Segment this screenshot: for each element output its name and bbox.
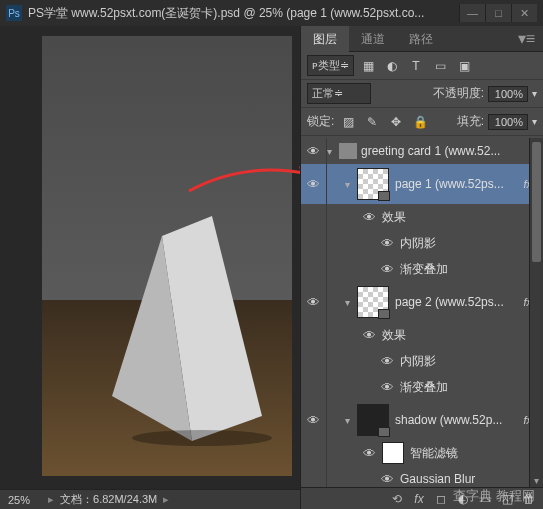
- layer-name[interactable]: shadow (www.52p...: [395, 413, 519, 427]
- effect-name: 内阴影: [400, 235, 436, 252]
- opacity-input[interactable]: 100%: [488, 86, 528, 102]
- greeting-card-artwork: [112, 216, 292, 446]
- chevron-right-icon[interactable]: ▸: [48, 493, 54, 506]
- title-bar: Ps PS学堂 www.52psxt.com(圣诞贺卡).psd @ 25% (…: [0, 0, 543, 26]
- disclosure-triangle-icon[interactable]: ▾: [345, 179, 357, 190]
- layer-thumbnail[interactable]: [357, 286, 389, 318]
- disclosure-triangle-icon[interactable]: ▾: [345, 415, 357, 426]
- filter-type-icon[interactable]: T: [406, 56, 426, 76]
- watermark: 查字典 教程网: [453, 487, 535, 505]
- visibility-icon[interactable]: 👁: [381, 236, 394, 251]
- fill-input[interactable]: 100%: [488, 114, 528, 130]
- scrollbar[interactable]: ▴ ▾: [529, 138, 543, 487]
- layer-gaussian-blur[interactable]: 👁 Gaussian Blur ⇄: [301, 466, 543, 487]
- layer-gradient-overlay[interactable]: 👁 渐变叠加: [301, 374, 543, 400]
- document-canvas[interactable]: [42, 36, 292, 476]
- layers-list: 👁 ▾ greeting card 1 (www.52... 👁 ▾ page …: [301, 138, 543, 487]
- visibility-icon[interactable]: 👁: [307, 295, 320, 310]
- lock-brush-icon[interactable]: ✎: [362, 112, 382, 132]
- opacity-label: 不透明度:: [433, 85, 484, 102]
- visibility-icon[interactable]: 👁: [381, 380, 394, 395]
- chevron-right-icon[interactable]: ▸: [163, 493, 169, 506]
- layer-smart-filters[interactable]: 👁 智能滤镜: [301, 440, 543, 466]
- effects-label: 效果: [382, 327, 406, 344]
- layer-page2[interactable]: 👁 ▾ page 2 (www.52ps... fx ▴: [301, 282, 543, 322]
- canvas-area: [0, 26, 300, 489]
- filter-label: 类型: [318, 58, 340, 73]
- lock-position-icon[interactable]: ✥: [386, 112, 406, 132]
- layer-inner-shadow[interactable]: 👁 内阴影: [301, 348, 543, 374]
- smart-object-badge-icon: [378, 427, 390, 437]
- layer-shadow[interactable]: 👁 ▾ shadow (www.52p... fx ▴: [301, 400, 543, 440]
- visibility-icon[interactable]: 👁: [381, 472, 394, 487]
- filter-shape-icon[interactable]: ▭: [430, 56, 450, 76]
- layer-mask-icon[interactable]: ◻: [431, 489, 451, 509]
- smart-filters-label: 智能滤镜: [410, 445, 458, 462]
- layer-name[interactable]: page 2 (www.52ps...: [395, 295, 519, 309]
- effect-name: 渐变叠加: [400, 261, 448, 278]
- lock-transparent-icon[interactable]: ▨: [338, 112, 358, 132]
- layer-page1[interactable]: 👁 ▾ page 1 (www.52ps... fx ▴: [301, 164, 543, 204]
- filter-name: Gaussian Blur: [400, 472, 475, 486]
- layer-gradient-overlay[interactable]: 👁 渐变叠加: [301, 256, 543, 282]
- disclosure-triangle-icon[interactable]: ▾: [345, 297, 357, 308]
- panel-menu-icon[interactable]: ▾≡: [510, 29, 543, 48]
- visibility-icon[interactable]: 👁: [381, 354, 394, 369]
- lock-row: 锁定: ▨ ✎ ✥ 🔒 填充: 100% ▾: [301, 108, 543, 136]
- effect-name: 内阴影: [400, 353, 436, 370]
- chevron-down-icon[interactable]: ▾: [532, 88, 537, 99]
- link-layers-icon[interactable]: ⟲: [387, 489, 407, 509]
- layer-name[interactable]: greeting card 1 (www.52...: [361, 144, 539, 158]
- visibility-icon[interactable]: 👁: [363, 446, 376, 461]
- tab-paths[interactable]: 路径: [397, 26, 445, 52]
- scroll-down-icon[interactable]: ▾: [530, 473, 543, 487]
- minimize-button[interactable]: —: [459, 4, 485, 22]
- visibility-icon[interactable]: 👁: [307, 177, 320, 192]
- layers-panel: 图层 通道 路径 ▾≡ ᴘ 类型 ≑ ▦ ◐ T ▭ ▣ 正常 ≑ 不透明度: …: [300, 26, 543, 509]
- filter-smart-icon[interactable]: ▣: [454, 56, 474, 76]
- layer-thumbnail[interactable]: [357, 168, 389, 200]
- doc-size: 文档：6.82M/24.3M: [60, 492, 157, 507]
- layer-effects[interactable]: 👁 效果: [301, 322, 543, 348]
- lock-label: 锁定:: [307, 113, 334, 130]
- chevron-down-icon: ≑: [340, 59, 349, 72]
- filter-row: ᴘ 类型 ≑ ▦ ◐ T ▭ ▣: [301, 52, 543, 80]
- layer-name[interactable]: page 1 (www.52ps...: [395, 177, 519, 191]
- chevron-down-icon[interactable]: ▾: [532, 116, 537, 127]
- effects-label: 效果: [382, 209, 406, 226]
- app-icon: Ps: [6, 5, 22, 21]
- window-controls: — □ ✕: [459, 4, 537, 22]
- close-button[interactable]: ✕: [511, 4, 537, 22]
- filter-pixel-icon[interactable]: ▦: [358, 56, 378, 76]
- chevron-down-icon: ≑: [334, 87, 343, 100]
- smart-object-badge-icon: [378, 191, 390, 201]
- status-bar: 25% ▸ 文档：6.82M/24.3M ▸: [0, 489, 300, 509]
- zoom-level[interactable]: 25%: [8, 494, 30, 506]
- layer-style-icon[interactable]: fx: [409, 489, 429, 509]
- blend-mode-dropdown[interactable]: 正常 ≑: [307, 83, 371, 104]
- visibility-icon[interactable]: 👁: [307, 144, 320, 159]
- window-title: PS学堂 www.52psxt.com(圣诞贺卡).psd @ 25% (pag…: [28, 5, 459, 22]
- tab-channels[interactable]: 通道: [349, 26, 397, 52]
- filter-type-dropdown[interactable]: ᴘ 类型 ≑: [307, 55, 354, 76]
- visibility-icon[interactable]: 👁: [363, 210, 376, 225]
- layer-inner-shadow[interactable]: 👁 内阴影: [301, 230, 543, 256]
- disclosure-triangle-icon[interactable]: ▾: [327, 146, 339, 157]
- visibility-icon[interactable]: 👁: [363, 328, 376, 343]
- lock-all-icon[interactable]: 🔒: [410, 112, 430, 132]
- filter-mask-thumbnail[interactable]: [382, 442, 404, 464]
- blend-mode-value: 正常: [312, 86, 334, 101]
- layer-group[interactable]: 👁 ▾ greeting card 1 (www.52...: [301, 138, 543, 164]
- filter-adjustment-icon[interactable]: ◐: [382, 56, 402, 76]
- layer-thumbnail[interactable]: [357, 404, 389, 436]
- layer-effects[interactable]: 👁 效果: [301, 204, 543, 230]
- svg-point-2: [132, 430, 272, 446]
- tab-layers[interactable]: 图层: [301, 26, 349, 52]
- maximize-button[interactable]: □: [485, 4, 511, 22]
- panel-tabs: 图层 通道 路径 ▾≡: [301, 26, 543, 52]
- effect-name: 渐变叠加: [400, 379, 448, 396]
- visibility-icon[interactable]: 👁: [307, 413, 320, 428]
- visibility-icon[interactable]: 👁: [381, 262, 394, 277]
- scroll-thumb[interactable]: [532, 142, 541, 262]
- fill-label: 填充:: [457, 113, 484, 130]
